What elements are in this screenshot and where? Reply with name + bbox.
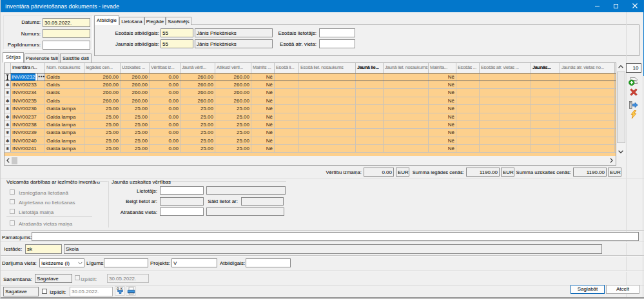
svg-text:O: O: [117, 287, 119, 291]
svg-text:K: K: [121, 287, 123, 291]
